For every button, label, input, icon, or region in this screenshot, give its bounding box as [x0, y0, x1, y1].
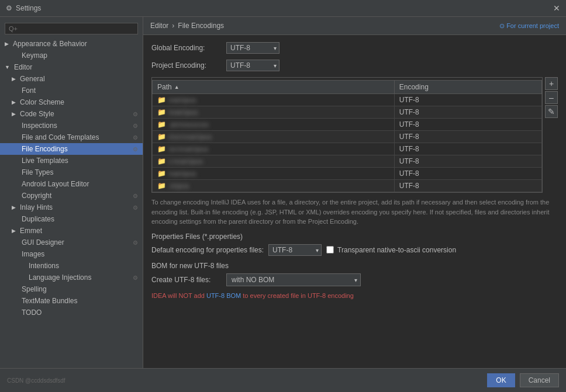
bom-select[interactable]: with NO BOM with BOM with BOM if Windows…: [226, 273, 361, 286]
sidebar-item-label: GUI Designer: [22, 238, 64, 247]
sidebar-item-label: Inlay Hints: [20, 203, 53, 211]
arrow-icon: ▶: [12, 111, 16, 117]
sidebar-item-general[interactable]: ▶General: [0, 73, 143, 85]
table-row[interactable]: 📁 .in\java UTF-8: [153, 180, 542, 192]
breadcrumb-current: File Encodings: [178, 22, 224, 30]
settings-window: ⚙ Settings ✕ ▶Appearance & BehaviorKeyma…: [0, 0, 566, 392]
add-encoding-button[interactable]: +: [545, 77, 558, 90]
settings-icon: ⚙: [133, 134, 138, 141]
sidebar-item-label: Images: [22, 250, 44, 258]
table-row[interactable]: 📁 main\java UTF-8: [153, 94, 542, 106]
table-row[interactable]: 📁 .ain\resources UTF-8: [153, 119, 542, 131]
global-encoding-select[interactable]: UTF-8 UTF-16 ISO-8859-1: [226, 42, 279, 54]
sidebar: ▶Appearance & BehaviorKeymap▼Editor▶Gene…: [0, 17, 143, 368]
table-row[interactable]: 📁 c:\main\java UTF-8: [153, 155, 542, 168]
folder-icon: 📁: [157, 157, 166, 165]
path-value: .in\java: [168, 182, 189, 189]
bottom-bar: CSDN @ccddsdsdfsdf OK Cancel: [0, 368, 566, 392]
sidebar-item-font[interactable]: Font: [0, 85, 143, 96]
encoding-table: Path ▲ Encoding: [152, 80, 542, 192]
encoding-cell: UTF-8: [394, 131, 541, 143]
settings-icon: ⚙: [6, 4, 12, 12]
table-side-buttons: + – ✎: [545, 77, 558, 193]
arrow-icon: ▼: [5, 64, 10, 70]
sidebar-item-label: Inspections: [22, 122, 57, 130]
arrow-icon: ▶: [5, 41, 9, 47]
sidebar-item-label: General: [20, 75, 45, 83]
title-bar-left: ⚙ Settings: [6, 4, 41, 12]
sidebar-item-emmet[interactable]: ▶Emmet: [0, 225, 143, 237]
table-row[interactable]: 📁 \src\main\java UTF-8: [153, 143, 542, 155]
project-link[interactable]: ⊙ For current project: [499, 22, 559, 30]
project-encoding-select[interactable]: UTF-8 UTF-16 ISO-8859-1: [226, 60, 279, 71]
sidebar-item-inspections[interactable]: Inspections⚙: [0, 120, 143, 131]
project-encoding-dropdown-wrap: UTF-8 UTF-16 ISO-8859-1: [226, 60, 279, 71]
default-encoding-row: Default encoding for properties files: U…: [151, 244, 558, 256]
settings-icon: ⚙: [133, 204, 138, 211]
transparent-checkbox-row: Transparent native-to-ascii conversion: [326, 246, 456, 254]
sidebar-item-todo[interactable]: TODO: [0, 307, 143, 318]
panel-content: Global Encoding: UTF-8 UTF-16 ISO-8859-1…: [143, 35, 566, 368]
sidebar-item-language-injections[interactable]: Language Injections⚙: [0, 272, 143, 283]
encoding-cell: UTF-8: [394, 94, 541, 106]
path-cell: 📁 .in\java: [153, 180, 395, 192]
encoding-cell: UTF-8: [394, 180, 541, 192]
sidebar-item-android-layout-editor[interactable]: Android Layout Editor: [0, 178, 143, 190]
encoding-cell: UTF-8: [394, 155, 541, 168]
sidebar-item-label: Intentions: [29, 262, 59, 270]
cancel-button[interactable]: Cancel: [520, 373, 559, 387]
project-encoding-row: Project Encoding: UTF-8 UTF-16 ISO-8859-…: [151, 60, 558, 71]
sidebar-item-label: Editor: [14, 63, 32, 71]
encoding-cell: UTF-8: [394, 119, 541, 131]
table-row[interactable]: 📁 \main\java UTF-8: [153, 106, 542, 119]
sidebar-item-copyright[interactable]: Copyright⚙: [0, 190, 143, 202]
sidebar-item-inlay-hints[interactable]: ▶Inlay Hints⚙: [0, 202, 143, 213]
sidebar-item-keymap[interactable]: Keymap: [0, 50, 143, 61]
sidebar-item-file-types[interactable]: File Types: [0, 166, 143, 178]
path-cell: 📁 main\java: [153, 94, 395, 106]
breadcrumb: Editor › File Encodings ⊙ For current pr…: [143, 17, 566, 35]
settings-icon: ⚙: [133, 146, 138, 152]
transparent-checkbox[interactable]: [326, 246, 334, 254]
sidebar-item-code-style[interactable]: ▶Code Style⚙: [0, 108, 143, 120]
table-row[interactable]: 📁 e\src\main\java UTF-8: [153, 131, 542, 143]
sidebar-item-file-code-templates[interactable]: File and Code Templates⚙: [0, 131, 143, 143]
sidebar-item-images[interactable]: Images: [0, 248, 143, 260]
search-input[interactable]: [5, 23, 138, 34]
main-panel: Editor › File Encodings ⊙ For current pr…: [143, 17, 566, 368]
breadcrumb-separator: ›: [172, 22, 174, 30]
edit-encoding-button[interactable]: ✎: [545, 105, 558, 118]
sidebar-item-live-templates[interactable]: Live Templates: [0, 155, 143, 166]
sidebar-item-file-encodings[interactable]: File Encodings⚙: [0, 143, 143, 155]
sidebar-item-label: Color Scheme: [20, 98, 64, 106]
project-link-text[interactable]: For current project: [506, 22, 559, 29]
ok-button[interactable]: OK: [487, 373, 515, 387]
bom-link[interactable]: UTF-8 BOM: [206, 292, 241, 299]
sidebar-item-label: Code Style: [20, 110, 54, 118]
project-icon: ⊙: [499, 22, 505, 29]
path-value: .ain\resources: [168, 121, 209, 128]
remove-encoding-button[interactable]: –: [545, 91, 558, 104]
sidebar-item-duplicates[interactable]: Duplicates: [0, 213, 143, 225]
sidebar-item-color-scheme[interactable]: ▶Color Scheme: [0, 96, 143, 108]
folder-icon: 📁: [157, 108, 166, 116]
info-text: To change encoding IntelliJ IDEA uses fo…: [151, 197, 558, 227]
sidebar-item-gui-designer[interactable]: GUI Designer⚙: [0, 237, 143, 248]
path-value: main\java: [168, 170, 196, 177]
properties-encoding-select[interactable]: UTF-8 UTF-16 ISO-8859-1: [268, 244, 322, 256]
sidebar-item-label: Font: [22, 86, 36, 95]
create-utf8-row: Create UTF-8 files: with NO BOM with BOM…: [151, 273, 558, 286]
sidebar-item-intentions[interactable]: Intentions: [0, 260, 143, 272]
sidebar-item-appearance[interactable]: ▶Appearance & Behavior: [0, 38, 143, 50]
table-row[interactable]: 📁 main\java UTF-8: [153, 168, 542, 180]
transparent-label: Transparent native-to-ascii conversion: [337, 246, 456, 254]
sidebar-item-textmate-bundles[interactable]: TextMate Bundles: [0, 295, 143, 307]
path-cell: 📁 \main\java: [153, 106, 395, 119]
col-path-header: Path ▲: [153, 81, 395, 94]
sidebar-item-spelling[interactable]: Spelling: [0, 283, 143, 295]
sidebar-item-editor[interactable]: ▼Editor: [0, 61, 143, 73]
path-value: e\src\main\java: [168, 133, 212, 140]
create-utf8-label: Create UTF-8 files:: [151, 276, 222, 284]
path-cell: 📁 \src\main\java: [153, 143, 395, 155]
close-button[interactable]: ✕: [553, 4, 560, 13]
